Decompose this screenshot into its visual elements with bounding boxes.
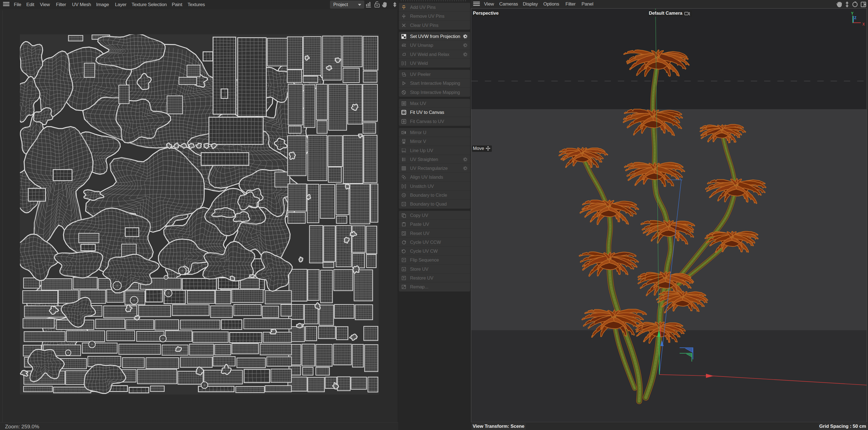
- svg-text:Z: Z: [854, 16, 856, 20]
- svg-text:Y: Y: [851, 11, 854, 16]
- svg-text:X: X: [863, 22, 865, 27]
